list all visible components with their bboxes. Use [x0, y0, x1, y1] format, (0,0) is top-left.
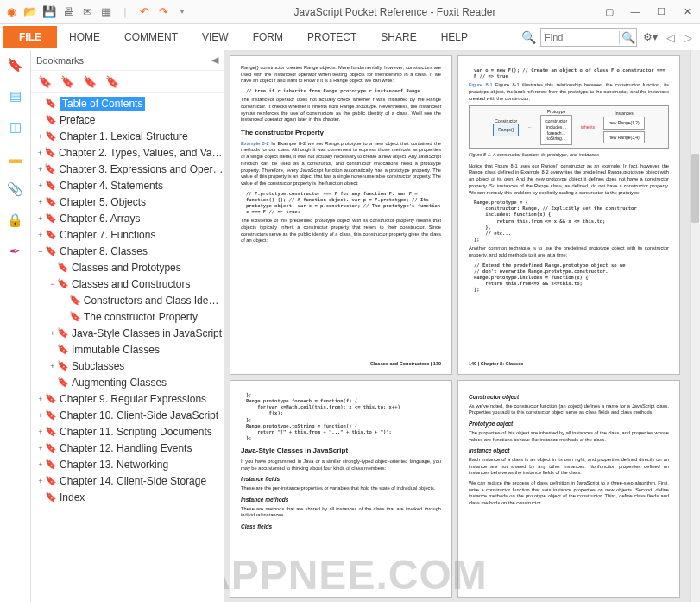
tree-toggle-icon[interactable]: +: [36, 132, 45, 141]
tab-home[interactable]: HOME: [57, 26, 112, 48]
bookmark-item[interactable]: +🔖Chapter 13. Networking: [36, 456, 224, 472]
bookmark-item[interactable]: +🔖Chapter 12. Handling Events: [36, 440, 224, 456]
undo-icon[interactable]: ↶: [136, 4, 152, 20]
bookmark-item[interactable]: +🔖Chapter 5. Objects: [36, 193, 224, 210]
bookmark-item[interactable]: +🔖Preface: [36, 111, 224, 128]
bookmark-icon: 🔖: [45, 442, 57, 453]
vertical-scrollbar[interactable]: [690, 50, 700, 602]
goto-bookmark-icon[interactable]: 🔖: [83, 75, 97, 88]
ribbon-toggle-icon[interactable]: ▢: [600, 6, 619, 17]
bookmark-item[interactable]: +🔖Table of Contents: [36, 95, 224, 111]
bookmark-icon: 🔖: [69, 295, 81, 306]
qat-dropdown-icon[interactable]: ▾: [174, 4, 190, 20]
bookmark-icon: 🔖: [57, 262, 69, 273]
bookmark-item[interactable]: +🔖Index: [36, 489, 224, 505]
bookmark-item[interactable]: +🔖Chapter 14. Client-Side Storage: [36, 472, 224, 489]
tab-comment[interactable]: COMMENT: [112, 26, 190, 48]
title-bar: ◉ 📂 💾 🖶 ✉ ▦ | ↶ ↷ ▾ JavaScript Pocket Re…: [0, 0, 700, 24]
tree-toggle-icon[interactable]: +: [36, 428, 45, 436]
tree-toggle-icon[interactable]: +: [36, 411, 45, 420]
tree-toggle-icon[interactable]: +: [48, 362, 57, 371]
bookmark-item[interactable]: +🔖Chapter 1. Lexical Structure: [36, 128, 224, 144]
layers-tab-icon[interactable]: ◫: [6, 117, 25, 136]
bookmark-label: Chapter 13. Networking: [60, 459, 168, 471]
bookmark-item[interactable]: +🔖Classes and Prototypes: [36, 259, 224, 276]
bookmark-item[interactable]: +🔖Chapter 4. Statements: [36, 177, 224, 193]
tree-toggle-icon[interactable]: +: [36, 231, 45, 239]
tree-toggle-icon[interactable]: +: [36, 181, 45, 190]
find-settings-icon[interactable]: ⚙▾: [640, 31, 660, 43]
figure-8-1-diagram: Constructor Range() ← Prototype construc…: [469, 105, 669, 149]
snapshot-icon[interactable]: ▦: [98, 4, 114, 20]
code-block: // true if r inherits from Range.prototy…: [246, 88, 441, 94]
search-icon[interactable]: 🔍: [520, 29, 537, 46]
find-next-icon[interactable]: ▷: [681, 31, 695, 44]
bookmark-icon: 🔖: [45, 245, 57, 257]
tree-toggle-icon[interactable]: +: [48, 329, 57, 338]
find-input[interactable]: [541, 32, 619, 42]
bookmark-label: Chapter 8. Classes: [60, 245, 148, 257]
bookmarks-tree: +🔖Table of Contents+🔖Preface+🔖Chapter 1.…: [31, 93, 224, 602]
print-icon[interactable]: 🖶: [60, 4, 76, 20]
bookmark-icon: 🔖: [45, 475, 57, 486]
tab-help[interactable]: HELP: [429, 26, 480, 48]
bookmark-item[interactable]: +🔖Chapter 11. Scripting Documents: [36, 423, 224, 440]
bookmark-item[interactable]: −🔖Chapter 8. Classes: [36, 243, 224, 259]
new-bookmark-icon[interactable]: 🔖: [60, 75, 74, 88]
attachments-tab-icon[interactable]: 📎: [6, 180, 25, 199]
bookmark-item[interactable]: +🔖The constructor Property: [36, 308, 224, 325]
bookmark-item[interactable]: +🔖Chapter 6. Arrays: [36, 210, 224, 226]
signatures-tab-icon[interactable]: ✒: [6, 242, 25, 261]
find-go-icon[interactable]: 🔍: [619, 31, 636, 44]
bookmark-item[interactable]: +🔖Java-Style Classes in JavaScript: [36, 325, 224, 341]
tree-toggle-icon[interactable]: −: [48, 280, 57, 288]
bookmark-item[interactable]: +🔖Augmenting Classes: [36, 374, 224, 390]
minimize-button[interactable]: —: [626, 6, 645, 17]
bookmark-icon: 🔖: [45, 459, 57, 470]
pages-tab-icon[interactable]: ▤: [6, 86, 25, 105]
close-button[interactable]: ✕: [678, 6, 697, 17]
tree-toggle-icon[interactable]: +: [36, 165, 44, 174]
bookmark-item[interactable]: +🔖Chapter 7. Functions: [36, 226, 224, 243]
collapse-panel-icon[interactable]: ◀: [211, 54, 218, 66]
bookmarks-tab-icon[interactable]: 🔖: [6, 55, 25, 74]
tab-share[interactable]: SHARE: [369, 26, 428, 48]
bookmark-item[interactable]: +🔖Constructors and Class Identity: [36, 292, 224, 308]
bookmark-icon: 🔖: [45, 491, 57, 503]
maximize-button[interactable]: ☐: [652, 6, 671, 17]
open-icon[interactable]: 📂: [22, 4, 38, 20]
tree-toggle-icon[interactable]: +: [36, 444, 45, 453]
tree-toggle-icon[interactable]: +: [36, 395, 45, 403]
tree-toggle-icon[interactable]: +: [36, 214, 45, 223]
bookmark-label: Chapter 12. Handling Events: [60, 442, 192, 454]
tree-toggle-icon[interactable]: +: [36, 198, 45, 206]
bookmark-icon: 🔖: [69, 311, 81, 322]
tree-toggle-icon[interactable]: −: [36, 247, 45, 256]
bookmark-item[interactable]: +🔖Chapter 2. Types, Values, and Variable…: [36, 144, 224, 161]
scrollbar-thumb[interactable]: [691, 154, 699, 223]
bookmarks-panel: Bookmarks ◀ 🔖 🔖 🔖 🔖 +🔖Table of Contents+…: [31, 50, 224, 602]
bookmark-item[interactable]: +🔖Chapter 3. Expressions and Operators: [36, 161, 224, 177]
tab-file[interactable]: FILE: [3, 26, 57, 48]
delete-bookmark-icon[interactable]: 🔖: [105, 75, 119, 88]
security-tab-icon[interactable]: 🔒: [6, 211, 25, 230]
tab-view[interactable]: VIEW: [190, 26, 241, 48]
bookmark-item[interactable]: −🔖Classes and Constructors: [36, 276, 224, 292]
bookmark-item[interactable]: +🔖Chapter 10. Client-Side JavaScript: [36, 407, 224, 423]
redo-icon[interactable]: ↷: [155, 4, 171, 20]
bookmark-icon: 🔖: [45, 114, 57, 125]
tab-protect[interactable]: PROTECT: [295, 26, 369, 48]
tree-toggle-icon[interactable]: +: [36, 477, 45, 485]
tab-form[interactable]: FORM: [241, 26, 295, 48]
email-icon[interactable]: ✉: [79, 4, 95, 20]
save-icon[interactable]: 💾: [41, 4, 57, 20]
document-area[interactable]: Range() constructor creates Range object…: [224, 50, 700, 602]
comments-tab-icon[interactable]: ▬: [6, 149, 25, 168]
expand-all-icon[interactable]: 🔖: [38, 75, 52, 88]
bookmark-item[interactable]: +🔖Subclasses: [36, 358, 224, 374]
bookmark-item[interactable]: +🔖Chapter 9. Regular Expressions: [36, 390, 224, 407]
bookmark-item[interactable]: +🔖Immutable Classes: [36, 341, 224, 358]
tree-toggle-icon[interactable]: +: [36, 149, 44, 157]
find-prev-icon[interactable]: ◁: [664, 31, 678, 44]
tree-toggle-icon[interactable]: +: [36, 460, 45, 469]
